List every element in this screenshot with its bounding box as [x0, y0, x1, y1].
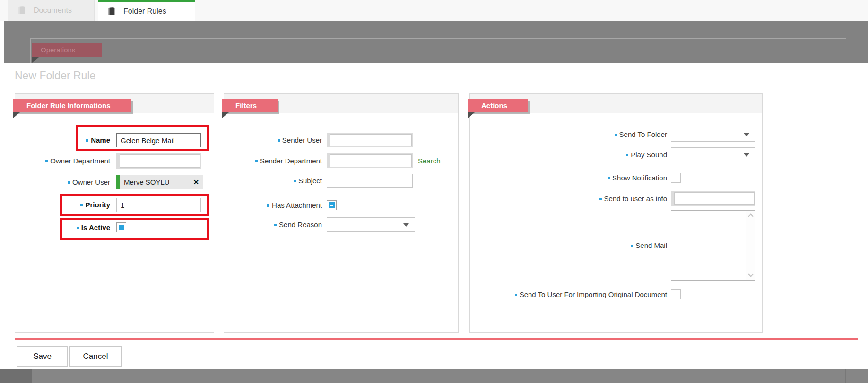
bullet-icon	[255, 160, 258, 162]
bullet-icon	[294, 180, 296, 182]
has-attachment-checkbox[interactable]	[327, 200, 337, 210]
send-reason-label: Send Reason	[279, 221, 322, 229]
owner-user-label: Owner User	[72, 178, 110, 186]
send-to-user-as-info-input[interactable]	[674, 192, 755, 205]
row-owner-department: Owner Department	[15, 153, 214, 169]
panel-filters: Filters Sender User Sender Department Se…	[224, 93, 459, 333]
save-button[interactable]: Save	[17, 346, 68, 367]
callout-tail	[468, 112, 475, 118]
chevron-down-icon	[403, 223, 409, 227]
callout-tail	[222, 112, 229, 118]
send-to-folder-label: Send To Folder	[619, 130, 667, 138]
bullet-icon	[80, 204, 83, 206]
tab-documents[interactable]: Documents	[8, 0, 95, 21]
bullet-icon	[45, 160, 48, 162]
tab-label: Folder Rules	[123, 7, 166, 16]
row-show-notification: Show Notification	[470, 173, 762, 183]
panel-header: Actions	[468, 99, 528, 112]
panel-header: Filters	[222, 99, 278, 112]
bullet-icon	[615, 134, 617, 136]
row-play-sound: Play Sound	[470, 147, 762, 162]
cancel-button[interactable]: Cancel	[69, 346, 122, 367]
chevron-down-icon	[744, 153, 749, 157]
bottom-accent-line	[15, 338, 858, 340]
chevron-down-icon[interactable]	[748, 272, 753, 277]
panel-actions: Actions Send To Folder Play Sound Show N…	[469, 93, 763, 333]
row-is-active: Is Active	[15, 222, 214, 232]
row-send-to-folder: Send To Folder	[470, 128, 762, 142]
owner-department-input[interactable]	[120, 154, 200, 168]
row-send-to-user-as-info: Send to user as info	[470, 191, 762, 206]
toolbar-inner-frame	[30, 38, 846, 63]
bullet-icon	[626, 154, 628, 156]
main-content: New Folder Rule Folder Rule Informations…	[0, 63, 868, 369]
panel-header: Folder Rule Informations	[13, 99, 131, 112]
bottom-bar-divider	[845, 369, 846, 383]
callout-tail	[13, 112, 20, 118]
bottom-bar-left-block	[0, 369, 32, 383]
bullet-icon	[274, 224, 277, 226]
bullet-icon	[515, 294, 517, 296]
row-sender-user: Sender User	[224, 133, 458, 147]
left-border-line	[4, 63, 4, 369]
callout-tail	[32, 57, 39, 63]
bullet-icon	[68, 181, 70, 184]
sender-department-input[interactable]	[330, 154, 412, 167]
bullet-icon	[608, 177, 610, 179]
send-to-user-as-info-label: Send to user as info	[604, 195, 667, 203]
book-icon	[17, 5, 27, 16]
chevron-up-icon[interactable]	[748, 213, 753, 219]
send-mail-label: Send Mail	[635, 241, 667, 249]
owner-user-token: Merve SOYLU ✕	[116, 175, 203, 189]
bullet-icon	[77, 227, 79, 229]
name-label: Name	[91, 136, 110, 144]
scrollbar[interactable]	[746, 211, 755, 280]
bullet-icon	[631, 245, 633, 247]
bullet-icon	[599, 198, 602, 200]
subject-input[interactable]	[327, 174, 413, 188]
row-owner-user: Owner User Merve SOYLU ✕	[15, 175, 214, 189]
owner-user-value: Merve SOYLU	[124, 175, 170, 189]
is-active-checkbox[interactable]	[116, 222, 126, 232]
priority-input[interactable]	[116, 198, 201, 212]
row-has-attachment: Has Attachment	[224, 200, 458, 210]
send-to-folder-dropdown[interactable]	[671, 128, 755, 142]
bullet-icon	[267, 204, 269, 207]
show-notification-label: Show Notification	[612, 174, 667, 182]
token-accent-bar	[116, 175, 120, 189]
bullet-icon	[86, 139, 88, 142]
send-mail-textarea[interactable]	[671, 210, 755, 281]
sender-user-input[interactable]	[330, 134, 412, 146]
is-active-label: Is Active	[81, 223, 110, 231]
row-send-to-user-for-importing: Send To User For Importing Original Docu…	[470, 289, 762, 299]
bottom-status-bar	[0, 369, 868, 383]
operations-label: Operations	[41, 46, 75, 54]
tab-label: Documents	[34, 6, 72, 15]
row-sender-department: Sender Department Search	[224, 153, 458, 168]
close-icon[interactable]: ✕	[193, 175, 199, 189]
send-to-user-for-importing-label: Send To User For Importing Original Docu…	[520, 290, 667, 298]
send-reason-dropdown[interactable]	[327, 217, 415, 232]
search-link[interactable]: Search	[418, 153, 441, 168]
name-input[interactable]	[116, 133, 201, 147]
toolbar-band: Operations	[4, 21, 868, 63]
send-to-user-for-importing-checkbox[interactable]	[671, 289, 681, 299]
subject-label: Subject	[298, 177, 322, 185]
chevron-down-icon	[744, 133, 749, 136]
panel-folder-rule-informations: Folder Rule Informations Name Owner Depa…	[15, 93, 214, 333]
sender-user-label: Sender User	[282, 136, 322, 144]
tab-folder-rules[interactable]: Folder Rules	[98, 0, 195, 21]
tab-bar: Documents Folder Rules	[0, 0, 868, 21]
sender-department-label: Sender Department	[260, 157, 322, 165]
play-sound-dropdown[interactable]	[671, 147, 755, 162]
row-priority: Priority	[15, 198, 214, 212]
has-attachment-label: Has Attachment	[272, 201, 322, 209]
row-name: Name	[15, 133, 214, 147]
row-send-reason: Send Reason	[224, 217, 458, 232]
show-notification-checkbox[interactable]	[671, 173, 681, 183]
operations-button[interactable]: Operations	[32, 43, 102, 57]
book-icon	[106, 6, 117, 17]
page-title: New Folder Rule	[15, 69, 95, 82]
row-subject: Subject	[224, 174, 458, 188]
row-send-mail: Send Mail	[470, 210, 762, 281]
